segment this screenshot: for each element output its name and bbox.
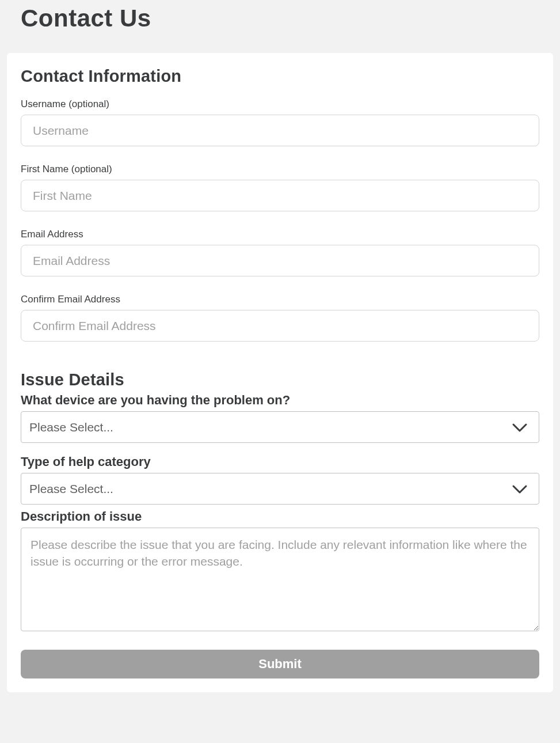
device-select-wrapper: Please Select...: [21, 411, 539, 443]
contact-info-heading: Contact Information: [21, 67, 539, 86]
first-name-input[interactable]: [21, 180, 539, 211]
page-title: Contact Us: [7, 0, 553, 53]
description-label: Description of issue: [21, 509, 539, 524]
category-label: Type of help category: [21, 454, 539, 469]
submit-button[interactable]: Submit: [21, 650, 539, 678]
description-textarea[interactable]: [21, 528, 539, 631]
confirm-email-input[interactable]: [21, 310, 539, 342]
username-label: Username (optional): [21, 98, 539, 110]
confirm-email-group: Confirm Email Address: [21, 294, 539, 342]
username-input[interactable]: [21, 115, 539, 146]
device-label: What device are you having the problem o…: [21, 393, 539, 408]
username-group: Username (optional): [21, 98, 539, 146]
contact-form-card: Contact Information Username (optional) …: [7, 53, 553, 692]
category-select-wrapper: Please Select...: [21, 473, 539, 505]
email-label: Email Address: [21, 229, 539, 240]
issue-details-heading: Issue Details: [21, 370, 539, 389]
category-select[interactable]: Please Select...: [21, 473, 539, 505]
confirm-email-label: Confirm Email Address: [21, 294, 539, 305]
email-input[interactable]: [21, 245, 539, 276]
email-group: Email Address: [21, 229, 539, 276]
first-name-group: First Name (optional): [21, 164, 539, 211]
device-select[interactable]: Please Select...: [21, 411, 539, 443]
first-name-label: First Name (optional): [21, 164, 539, 175]
